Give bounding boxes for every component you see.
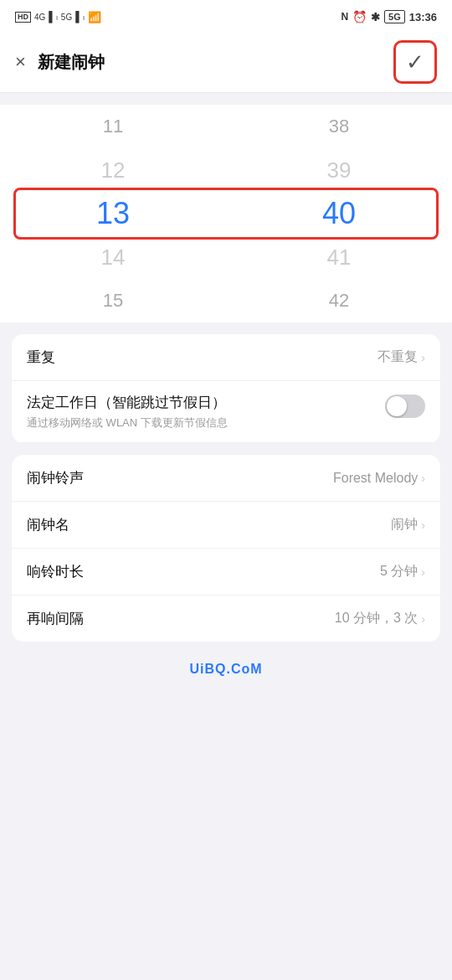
status-bar: HD 4G ▌ₗ 5G ▌ₗ 📶 N ⏰ ✱ 5G 13:36 — [0, 0, 452, 32]
ring-duration-label: 响铃时长 — [27, 562, 84, 581]
snooze-interval-row[interactable]: 再响间隔 10 分钟，3 次 › — [12, 596, 440, 642]
alarm-name-row[interactable]: 闹钟名 闹钟 › — [12, 502, 440, 549]
wifi-icon: 📶 — [88, 11, 101, 23]
time-display: 13:36 — [409, 11, 437, 23]
time-picker[interactable]: 11 12 13 14 15 38 39 40 41 42 — [0, 105, 452, 322]
status-left: HD 4G ▌ₗ 5G ▌ₗ 📶 — [15, 11, 101, 23]
repeat-row[interactable]: 重复 不重复 › — [12, 334, 440, 381]
hour-item-14: 14 — [0, 235, 226, 279]
repeat-chevron-icon: › — [421, 351, 425, 364]
holiday-subtitle: 通过移动网络或 WLAN 下载更新节假信息 — [27, 415, 372, 431]
header-left: × 新建闹钟 — [15, 51, 105, 74]
minutes-column[interactable]: 38 39 40 41 42 — [226, 105, 452, 322]
signal-5g: 5G — [61, 13, 72, 22]
alarm-icon: ⏰ — [352, 10, 367, 23]
holiday-title: 法定工作日（智能跳过节假日） — [27, 393, 372, 412]
page-title: 新建闹钟 — [38, 51, 105, 74]
ring-duration-chevron-icon: › — [421, 565, 425, 579]
repeat-value[interactable]: 不重复 › — [378, 348, 425, 366]
holiday-text: 法定工作日（智能跳过节假日） 通过移动网络或 WLAN 下载更新节假信息 — [27, 393, 385, 431]
alarm-name-label: 闹钟名 — [27, 515, 69, 534]
header: × 新建闹钟 ✓ — [0, 32, 452, 93]
toggle-knob — [387, 396, 407, 416]
ringtone-value-text: Forest Melody — [333, 471, 418, 486]
hour-item-13: 13 — [0, 192, 226, 235]
repeat-label: 重复 — [27, 348, 55, 367]
repeat-value-text: 不重复 — [378, 348, 418, 366]
ringtone-row[interactable]: 闹钟铃声 Forest Melody › — [12, 455, 440, 502]
ringtone-label: 闹钟铃声 — [27, 468, 84, 487]
snooze-interval-value[interactable]: 10 分钟，3 次 › — [335, 610, 425, 627]
confirm-button[interactable]: ✓ — [393, 40, 437, 84]
alarm-name-value-text: 闹钟 — [391, 516, 418, 534]
ringtone-value[interactable]: Forest Melody › — [333, 471, 425, 486]
snooze-interval-value-text: 10 分钟，3 次 — [335, 610, 419, 627]
minute-item-38: 38 — [226, 105, 452, 148]
ring-duration-value[interactable]: 5 分钟 › — [380, 563, 425, 580]
holiday-toggle[interactable] — [385, 395, 425, 418]
ring-duration-value-text: 5 分钟 — [380, 563, 418, 580]
snooze-interval-chevron-icon: › — [421, 612, 425, 626]
holiday-row: 法定工作日（智能跳过节假日） 通过移动网络或 WLAN 下载更新节假信息 — [12, 381, 440, 443]
repeat-card: 重复 不重复 › 法定工作日（智能跳过节假日） 通过移动网络或 WLAN 下载更… — [12, 334, 440, 443]
signal-bars-2: ▌ₗ — [75, 11, 85, 23]
ring-duration-row[interactable]: 响铃时长 5 分钟 › — [12, 549, 440, 596]
signal-bars-1: ▌ₗ — [49, 11, 58, 23]
minute-item-42: 42 — [226, 279, 452, 322]
status-right: N ⏰ ✱ 5G 13:36 — [341, 10, 437, 23]
hour-item-12: 12 — [0, 148, 226, 192]
bluetooth-icon: ✱ — [371, 11, 380, 23]
signal-4g: 4G — [34, 13, 45, 22]
watermark: UiBQ.CoM — [0, 642, 452, 687]
settings-card: 闹钟铃声 Forest Melody › 闹钟名 闹钟 › 响铃时长 5 分钟 … — [12, 455, 440, 642]
minute-item-39: 39 — [226, 148, 452, 192]
hd-indicator: HD — [15, 12, 31, 23]
alarm-name-chevron-icon: › — [421, 518, 425, 532]
battery-indicator: 5G — [384, 10, 405, 23]
ringtone-chevron-icon: › — [421, 472, 425, 485]
check-icon: ✓ — [406, 49, 424, 75]
hours-column[interactable]: 11 12 13 14 15 — [0, 105, 226, 322]
picker-columns: 11 12 13 14 15 38 39 40 41 42 — [0, 105, 452, 322]
nfc-icon: N — [341, 11, 348, 23]
hour-item-15: 15 — [0, 279, 226, 322]
minute-item-40: 40 — [226, 192, 452, 235]
snooze-interval-label: 再响间隔 — [27, 609, 84, 628]
minute-item-41: 41 — [226, 235, 452, 279]
close-button[interactable]: × — [15, 53, 26, 71]
hour-item-11: 11 — [0, 105, 226, 148]
alarm-name-value[interactable]: 闹钟 › — [391, 516, 425, 534]
